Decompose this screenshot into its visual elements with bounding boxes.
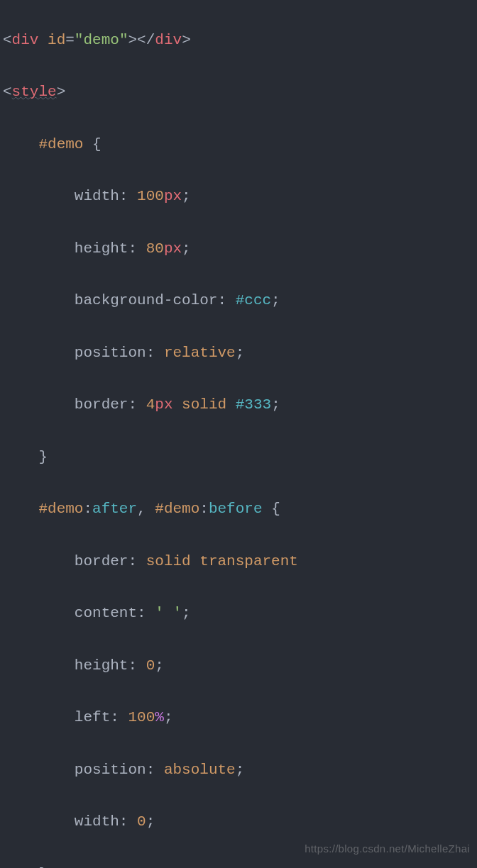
watermark-text: https://blog.csdn.net/MichelleZhai [305, 840, 470, 858]
code-line: position: relative; [0, 340, 477, 367]
code-line: width: 0; [0, 809, 477, 835]
code-line: } [0, 445, 477, 471]
attr-name: id [48, 32, 65, 48]
code-line: background-color: #ccc; [0, 288, 477, 314]
code-line: <style> [0, 79, 477, 106]
code-line: #demo:after, #demo:before { [0, 496, 477, 523]
code-line: } [0, 862, 477, 868]
tag-name: style [12, 84, 57, 100]
code-line: height: 0; [0, 653, 477, 679]
code-line: #demo { [0, 132, 477, 158]
code-line: height: 80px; [0, 236, 477, 262]
code-line: <div id="demo"></div> [0, 28, 477, 54]
code-line: width: 100px; [0, 184, 477, 210]
code-editor[interactable]: <div id="demo"></div> <style> #demo { wi… [0, 0, 477, 868]
code-line: border: solid transparent [0, 549, 477, 575]
css-prop: width [75, 188, 119, 204]
css-selector: #demo [38, 136, 83, 152]
code-line: border: 4px solid #333; [0, 392, 477, 418]
code-line: position: absolute; [0, 757, 477, 784]
code-line: left: 100%; [0, 705, 477, 731]
tag-name: div [12, 32, 39, 48]
angle-bracket: < [3, 32, 12, 48]
attr-value: demo [83, 32, 119, 48]
code-line: content: ' '; [0, 601, 477, 627]
